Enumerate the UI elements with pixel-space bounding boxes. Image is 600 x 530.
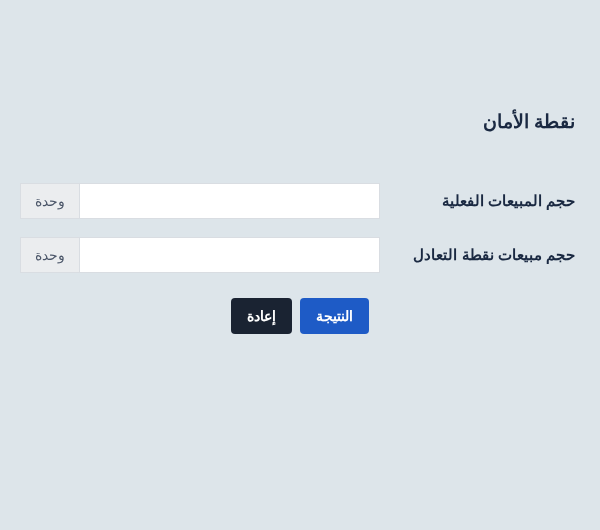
- breakeven-sales-label: حجم مبيعات نقطة التعادل: [380, 246, 580, 264]
- breakeven-sales-input-group: وحدة: [20, 237, 380, 273]
- reset-button[interactable]: إعادة: [231, 298, 292, 334]
- result-button[interactable]: النتيجة: [300, 298, 369, 334]
- breakeven-sales-unit: وحدة: [20, 237, 80, 273]
- actual-sales-row: حجم المبيعات الفعلية وحدة: [20, 183, 580, 219]
- button-group: النتيجة إعادة: [20, 298, 580, 334]
- actual-sales-input[interactable]: [80, 183, 380, 219]
- actual-sales-input-group: وحدة: [20, 183, 380, 219]
- breakeven-sales-input[interactable]: [80, 237, 380, 273]
- actual-sales-unit: وحدة: [20, 183, 80, 219]
- page-title: نقطة الأمان: [20, 110, 580, 133]
- breakeven-sales-row: حجم مبيعات نقطة التعادل وحدة: [20, 237, 580, 273]
- actual-sales-label: حجم المبيعات الفعلية: [380, 192, 580, 210]
- calculator-form: نقطة الأمان حجم المبيعات الفعلية وحدة حج…: [0, 110, 600, 334]
